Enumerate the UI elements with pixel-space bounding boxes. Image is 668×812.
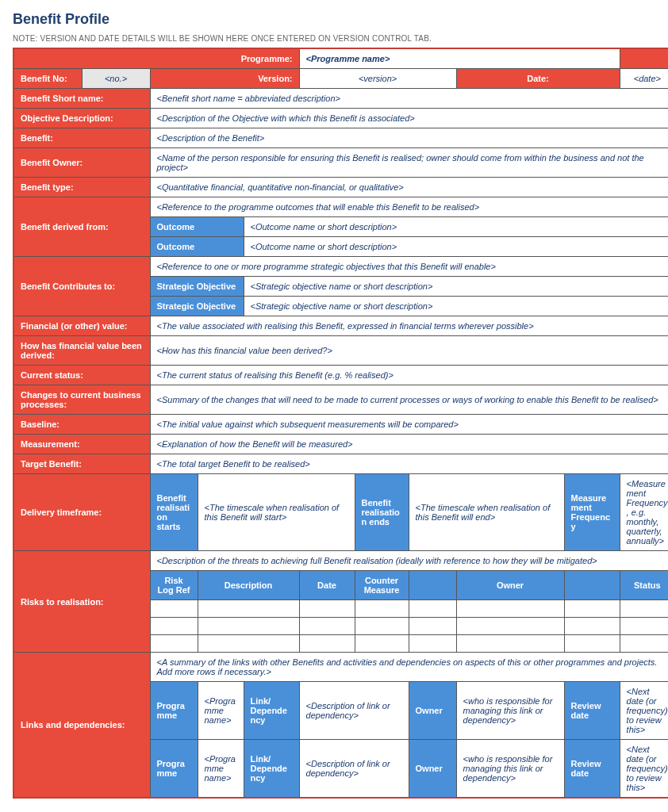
contributes-label: Benefit Contributes to: bbox=[13, 257, 150, 316]
risk-col-counter: Counter Measure bbox=[355, 571, 409, 600]
status-label: Current status: bbox=[13, 366, 150, 385]
delivery-start-label: Benefit realisation starts bbox=[150, 474, 198, 551]
programme-label: Programme: bbox=[13, 48, 299, 69]
risk-col-owner: Owner bbox=[456, 571, 564, 600]
delivery-freq-label: Measurement Frequency bbox=[564, 474, 620, 551]
links-programme-value[interactable]: <Programme name> bbox=[198, 682, 244, 740]
outcome-value-1[interactable]: <Outcome name or short description> bbox=[244, 217, 668, 237]
contributes-desc[interactable]: <Reference to one or more programme stra… bbox=[150, 257, 668, 277]
links-link-value[interactable]: <Description of link or dependency> bbox=[299, 682, 409, 740]
benefit-profile-table: Programme: <Programme name> Benefit No: … bbox=[13, 48, 668, 799]
version-value[interactable]: <version> bbox=[299, 69, 456, 89]
links-programme-value[interactable]: <Programme name> bbox=[198, 740, 244, 799]
changes-label: Changes to current business processes: bbox=[13, 385, 150, 415]
links-link-label: Link/ Dependency bbox=[244, 682, 299, 740]
risk-col-date: Date bbox=[299, 571, 355, 600]
links-review-value[interactable]: <Next date (or frequency) to review this… bbox=[620, 682, 668, 740]
derived-label: Benefit derived from: bbox=[13, 197, 150, 257]
status-value[interactable]: <The current status of realising this Be… bbox=[150, 366, 668, 385]
version-label: Version: bbox=[150, 69, 299, 89]
objective-value[interactable]: <Description of the Objective with which… bbox=[150, 109, 668, 128]
so-label-2: Strategic Objective bbox=[150, 297, 244, 316]
risk-col-blank2 bbox=[564, 571, 620, 600]
date-value[interactable]: <date> bbox=[620, 69, 668, 89]
short-name-label: Benefit Short name: bbox=[13, 89, 150, 109]
so-label-1: Strategic Objective bbox=[150, 277, 244, 297]
links-programme-label: Programme bbox=[150, 682, 198, 740]
delivery-end-value[interactable]: <The timescale when realisation of this … bbox=[409, 474, 564, 551]
benefit-label: Benefit: bbox=[13, 128, 150, 148]
changes-value[interactable]: <Summary of the changes that will need t… bbox=[150, 385, 668, 415]
risk-col-blank1 bbox=[409, 571, 456, 600]
risk-col-status: Status bbox=[620, 571, 668, 600]
links-desc[interactable]: <A summary of the links with other Benef… bbox=[150, 653, 668, 682]
delivery-label: Delivery timeframe: bbox=[13, 474, 150, 551]
date-label: Date: bbox=[456, 69, 620, 89]
links-owner-label: Owner bbox=[409, 740, 456, 799]
objective-label: Objective Description: bbox=[13, 109, 150, 128]
links-link-value[interactable]: <Description of link or dependency> bbox=[299, 740, 409, 799]
baseline-label: Baseline: bbox=[13, 415, 150, 435]
version-note: NOTE: VERSION AND DATE DETAILS WILL BE S… bbox=[13, 34, 655, 43]
target-value[interactable]: <The total target Benefit to be realised… bbox=[150, 454, 668, 474]
benefit-value[interactable]: <Description of the Benefit> bbox=[150, 128, 668, 148]
links-review-label: Review date bbox=[564, 682, 620, 740]
financial-value-label: Financial (or other) value: bbox=[13, 316, 150, 336]
derived-desc[interactable]: <Reference to the programme outcomes tha… bbox=[150, 197, 668, 217]
programme-spacer bbox=[620, 48, 668, 69]
delivery-start-value[interactable]: <The timescale when realisation of this … bbox=[198, 474, 355, 551]
short-name-value[interactable]: <Benefit short name = abbreviated descri… bbox=[150, 89, 668, 109]
risks-label: Risks to realisation: bbox=[13, 551, 150, 653]
benefit-no-label: Benefit No: bbox=[13, 69, 82, 89]
type-label: Benefit type: bbox=[13, 178, 150, 197]
programme-value[interactable]: <Programme name> bbox=[299, 48, 620, 69]
so-value-1[interactable]: <Strategic objective name or short descr… bbox=[244, 277, 668, 297]
owner-value[interactable]: <Name of the person responsible for ensu… bbox=[150, 148, 668, 178]
risk-col-description: Description bbox=[198, 571, 299, 600]
links-owner-label: Owner bbox=[409, 682, 456, 740]
links-link-label: Link/ Dependency bbox=[244, 740, 299, 799]
financial-derived-value[interactable]: <How has this financial value been deriv… bbox=[150, 336, 668, 366]
outcome-label-2: Outcome bbox=[150, 237, 244, 257]
baseline-value[interactable]: <The initial value against which subsequ… bbox=[150, 415, 668, 435]
page-title: Benefit Profile bbox=[13, 11, 655, 28]
risks-desc[interactable]: <Description of the threats to achieving… bbox=[150, 551, 668, 571]
links-owner-value[interactable]: <who is responsible for managing this li… bbox=[456, 740, 564, 799]
target-label: Target Benefit: bbox=[13, 454, 150, 474]
measurement-label: Measurement: bbox=[13, 435, 150, 454]
outcome-value-2[interactable]: <Outcome name or short description> bbox=[244, 237, 668, 257]
links-review-value[interactable]: <Next date (or frequency) to review this… bbox=[620, 740, 668, 799]
links-review-label: Review date bbox=[564, 740, 620, 799]
owner-label: Benefit Owner: bbox=[13, 148, 150, 178]
financial-derived-label: How has financial value been derived: bbox=[13, 336, 150, 366]
financial-value-value[interactable]: <The value associated with realising thi… bbox=[150, 316, 668, 336]
risk-col-ref: Risk Log Ref bbox=[150, 571, 198, 600]
measurement-value[interactable]: <Explanation of how the Benefit will be … bbox=[150, 435, 668, 454]
delivery-freq-value[interactable]: <Measurement Frequency, e.g. monthly, qu… bbox=[620, 474, 668, 551]
delivery-end-label: Benefit realisation ends bbox=[355, 474, 409, 551]
links-programme-label: Programme bbox=[150, 740, 198, 799]
benefit-no-value[interactable]: <no.> bbox=[82, 69, 150, 89]
links-owner-value[interactable]: <who is responsible for managing this li… bbox=[456, 682, 564, 740]
outcome-label-1: Outcome bbox=[150, 217, 244, 237]
so-value-2[interactable]: <Strategic objective name or short descr… bbox=[244, 297, 668, 316]
links-label: Links and dependencies: bbox=[13, 653, 150, 799]
type-value[interactable]: <Quantitative financial, quantitative no… bbox=[150, 178, 668, 197]
